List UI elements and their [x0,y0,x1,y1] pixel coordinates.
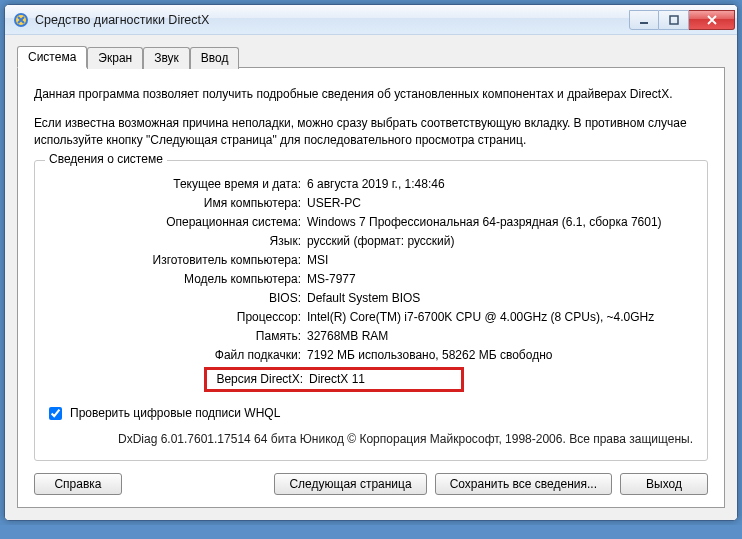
button-label: Выход [646,477,682,491]
system-info-table: Текущее время и дата: 6 августа 2019 г.,… [49,175,693,394]
tab-input[interactable]: Ввод [190,47,240,69]
button-bar: Справка Следующая страница Сохранить все… [34,473,708,495]
window-title: Средство диагностики DirectX [35,13,629,27]
whql-check-row: Проверить цифровые подписи WHQL [49,406,693,420]
row-bios: BIOS: Default System BIOS [49,289,693,308]
label-cpu: Процессор: [49,308,307,327]
value-bios: Default System BIOS [307,289,693,308]
tab-system[interactable]: Система [17,46,87,68]
close-button[interactable] [689,10,735,30]
value-lang: русский (формат: русский) [307,232,693,251]
highlight-directx-version: Версия DirectX: DirectX 11 [204,367,464,392]
tab-label: Звук [154,51,179,65]
label-bios: BIOS: [49,289,307,308]
row-lang: Язык: русский (формат: русский) [49,232,693,251]
svg-rect-2 [640,22,648,24]
whql-check-label: Проверить цифровые подписи WHQL [70,406,280,420]
label-manuf: Изготовитель компьютера: [49,251,307,270]
value-mem: 32768MB RAM [307,327,693,346]
value-cpu: Intel(R) Core(TM) i7-6700K CPU @ 4.00GHz… [307,308,693,327]
system-info-legend: Сведения о системе [45,152,167,166]
tab-sound[interactable]: Звук [143,47,190,69]
label-dxver: Версия DirectX: [209,371,309,388]
svg-rect-3 [670,16,678,24]
intro-text-1: Данная программа позволяет получить подр… [34,86,708,103]
row-os: Операционная система: Windows 7 Професси… [49,213,693,232]
maximize-button[interactable] [659,10,689,30]
button-label: Сохранить все сведения... [450,477,597,491]
label-lang: Язык: [49,232,307,251]
tab-display[interactable]: Экран [87,47,143,69]
label-mem: Память: [49,327,307,346]
tab-label: Система [28,50,76,64]
button-label: Следующая страница [289,477,411,491]
label-os: Операционная система: [49,213,307,232]
button-group-right: Следующая страница Сохранить все сведени… [274,473,708,495]
label-datetime: Текущее время и дата: [49,175,307,194]
tab-strip: Система Экран Звук Ввод [17,45,725,67]
value-pagefile: 7192 МБ использовано, 58262 МБ свободно [307,346,693,365]
value-model: MS-7977 [307,270,693,289]
client-area: Система Экран Звук Ввод Данная программа… [5,35,737,520]
value-os: Windows 7 Профессиональная 64-разрядная … [307,213,693,232]
intro-text-2: Если известна возможная причина неполадк… [34,115,708,149]
row-model: Модель компьютера: MS-7977 [49,270,693,289]
value-manuf: MSI [307,251,693,270]
titlebar[interactable]: Средство диагностики DirectX [5,5,737,35]
save-all-button[interactable]: Сохранить все сведения... [435,473,612,495]
value-dxver: DirectX 11 [309,371,459,388]
row-pagefile: Файл подкачки: 7192 МБ использовано, 582… [49,346,693,365]
minimize-button[interactable] [629,10,659,30]
whql-checkbox[interactable] [49,407,62,420]
next-page-button[interactable]: Следующая страница [274,473,426,495]
label-pagefile: Файл подкачки: [49,346,307,365]
button-label: Справка [54,477,101,491]
dxdiag-window: Средство диагностики DirectX Система Экр… [4,4,738,521]
window-controls [629,10,735,30]
help-button[interactable]: Справка [34,473,122,495]
row-manuf: Изготовитель компьютера: MSI [49,251,693,270]
footer-copyright: DxDiag 6.01.7601.17514 64 бита Юникод © … [49,432,693,446]
value-datetime: 6 августа 2019 г., 1:48:46 [307,175,693,194]
row-cpu: Процессор: Intel(R) Core(TM) i7-6700K CP… [49,308,693,327]
label-computer: Имя компьютера: [49,194,307,213]
tab-label: Экран [98,51,132,65]
row-mem: Память: 32768MB RAM [49,327,693,346]
exit-button[interactable]: Выход [620,473,708,495]
tab-label: Ввод [201,51,229,65]
value-computer: USER-PC [307,194,693,213]
row-datetime: Текущее время и дата: 6 августа 2019 г.,… [49,175,693,194]
system-info-group: Сведения о системе Текущее время и дата:… [34,160,708,461]
app-icon [13,12,29,28]
tab-panel-system: Данная программа позволяет получить подр… [17,67,725,508]
row-computer: Имя компьютера: USER-PC [49,194,693,213]
label-model: Модель компьютера: [49,270,307,289]
